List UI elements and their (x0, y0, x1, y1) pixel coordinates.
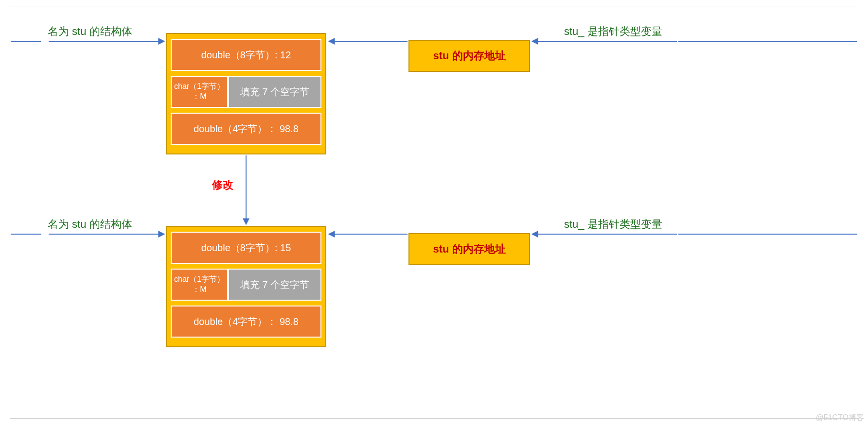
label-modify: 修改 (212, 178, 233, 192)
field-double-age-top: double（8字节）: 12 (171, 39, 321, 71)
label-pointer-top: stu_ 是指针类型变量 (564, 24, 662, 39)
addr-box-bottom: stu 的内存地址 (408, 233, 530, 265)
char-line2-top: ：M (192, 92, 206, 102)
field-char-top: char（1字节） ：M (171, 76, 228, 108)
field-char-bottom: char（1字节） ：M (171, 269, 228, 301)
label-pointer-bottom: stu_ 是指针类型变量 (564, 217, 662, 232)
field-char-row-bottom: char（1字节） ：M 填充 7 个空字节 (171, 269, 321, 301)
char-line1-bottom: char（1字节） (174, 274, 225, 285)
field-double-score-top: double（4字节）： 98.8 (171, 113, 321, 145)
char-line2-bottom: ：M (192, 285, 206, 295)
struct-box-bottom: double（8字节）: 15 char（1字节） ：M 填充 7 个空字节 d… (166, 226, 326, 347)
watermark: @51CTO博客 (815, 413, 864, 423)
field-padding-bottom: 填充 7 个空字节 (228, 269, 321, 301)
label-struct-top: 名为 stu 的结构体 (48, 24, 132, 39)
struct-box-top: double（8字节）: 12 char（1字节） ：M 填充 7 个空字节 d… (166, 33, 326, 154)
field-double-age-bottom: double（8字节）: 15 (171, 232, 321, 264)
char-line1-top: char（1字节） (174, 82, 225, 92)
label-struct-bottom: 名为 stu 的结构体 (48, 217, 132, 232)
field-double-score-bottom: double（4字节）： 98.8 (171, 306, 321, 338)
field-padding-top: 填充 7 个空字节 (228, 76, 321, 108)
field-char-row-top: char（1字节） ：M 填充 7 个空字节 (171, 76, 321, 108)
addr-box-top: stu 的内存地址 (408, 40, 530, 72)
